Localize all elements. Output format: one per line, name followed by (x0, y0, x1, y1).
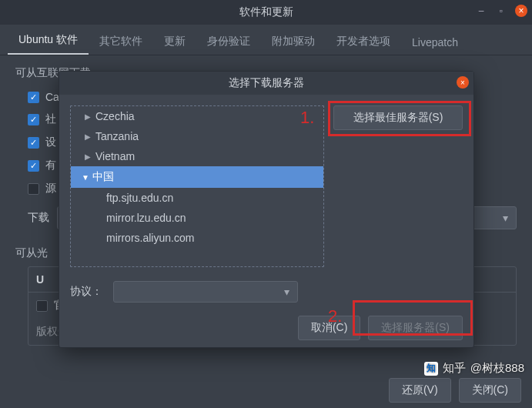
minimize-icon[interactable]: – (475, 5, 487, 17)
cancel-button[interactable]: 取消(C) (298, 316, 360, 340)
main-title: 软件和更新 (239, 5, 293, 19)
choose-server-dialog: 选择下载服务器 × ▶ Czechia ▶ Tanzania ▶ Vietnam… (59, 71, 474, 348)
chevron-right-icon: ▶ (85, 112, 91, 121)
tab-ubuntu-software[interactable]: Ubuntu 软件 (8, 25, 89, 55)
chevron-down-icon: ▾ (284, 286, 289, 298)
close-button[interactable]: 关闭(C) (459, 378, 521, 403)
dialog-title: 选择下载服务器 (229, 76, 304, 90)
dialog-close-icon[interactable]: × (457, 76, 469, 89)
dialog-body: ▶ Czechia ▶ Tanzania ▶ Vietnam ▼ 中国 ftp.… (59, 95, 473, 309)
checkbox-checked-icon[interactable]: ✓ (28, 114, 39, 125)
tab-authentication[interactable]: 身份验证 (196, 27, 261, 55)
checkbox-unchecked-icon[interactable] (28, 183, 39, 195)
checkbox-checked-icon[interactable]: ✓ (28, 92, 39, 103)
download-label: 下载 (28, 211, 49, 225)
tree-item-label: Vietnam (95, 150, 135, 162)
watermark-brand: 知乎 (443, 361, 466, 376)
check-label: 有 (45, 159, 56, 172)
tree-mirror-item[interactable]: mirror.lzu.edu.cn (71, 208, 323, 228)
chevron-right-icon: ▶ (85, 152, 91, 161)
dialog-titlebar: 选择下载服务器 × (59, 72, 473, 95)
tab-developer-options[interactable]: 开发者选项 (326, 27, 401, 55)
watermark-user: @树枝888 (470, 361, 524, 376)
zhihu-logo-icon: 知 (424, 362, 438, 376)
check-label: 源 (45, 182, 56, 196)
dialog-right-pane: 选择最佳服务器(S) (333, 105, 463, 303)
tab-additional-drivers[interactable]: 附加驱动 (261, 27, 326, 55)
main-titlebar: 软件和更新 – ▫ × (0, 0, 532, 25)
tree-item-country[interactable]: ▶ Vietnam (71, 146, 323, 166)
tree-item-label: Czechia (95, 110, 135, 122)
tree-mirror-item[interactable]: mirrors.aliyun.com (71, 228, 323, 248)
select-best-server-button[interactable]: 选择最佳服务器(S) (333, 105, 463, 130)
server-tree[interactable]: ▶ Czechia ▶ Tanzania ▶ Vietnam ▼ 中国 ftp.… (70, 105, 324, 267)
tree-item-country[interactable]: ▶ Czechia (71, 106, 323, 126)
close-icon[interactable]: × (515, 5, 527, 17)
tab-updates[interactable]: 更新 (153, 27, 196, 55)
protocol-select[interactable]: ▾ (113, 281, 298, 303)
chevron-right-icon: ▶ (85, 132, 91, 141)
chevron-down-icon: ▼ (82, 173, 88, 182)
protocol-row: 协议： ▾ (70, 281, 298, 303)
tree-item-label: 中国 (92, 170, 114, 184)
main-footer: 还原(V) 关闭(C) (0, 373, 532, 408)
choose-server-button[interactable]: 选择服务器(S) (368, 316, 463, 340)
checkbox-checked-icon[interactable]: ✓ (28, 137, 39, 149)
dialog-footer: 取消(C) 选择服务器(S) (59, 309, 473, 347)
tree-item-label: Tanzania (95, 130, 139, 142)
window-controls: – ▫ × (475, 5, 527, 17)
zhihu-watermark: 知 知乎 @树枝888 (424, 361, 524, 376)
check-label: Ca (45, 91, 59, 103)
tab-other-software[interactable]: 其它软件 (89, 27, 153, 55)
protocol-label: 协议： (70, 285, 102, 299)
chevron-down-icon: ▾ (503, 212, 508, 224)
checkbox-checked-icon[interactable]: ✓ (28, 160, 39, 172)
check-label: 社 (45, 112, 56, 126)
tab-bar: Ubuntu 软件 其它软件 更新 身份验证 附加驱动 开发者选项 Livepa… (0, 25, 532, 55)
tab-livepatch[interactable]: Livepatch (401, 28, 469, 55)
tree-mirror-item[interactable]: ftp.sjtu.edu.cn (71, 188, 323, 208)
checkbox-unchecked-icon[interactable] (36, 300, 48, 312)
tree-item-country-selected[interactable]: ▼ 中国 (71, 166, 323, 188)
tree-item-country[interactable]: ▶ Tanzania (71, 126, 323, 146)
check-label: 设 (45, 135, 56, 149)
revert-button[interactable]: 还原(V) (389, 378, 451, 403)
maximize-icon[interactable]: ▫ (495, 5, 507, 17)
